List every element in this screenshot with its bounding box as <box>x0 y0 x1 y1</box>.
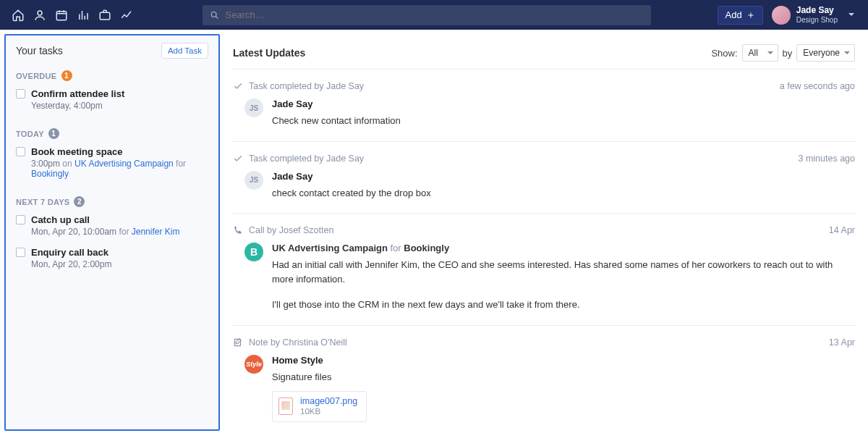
task-item[interactable]: Confirm attendee list Yesterday, 4:00pm <box>16 85 208 118</box>
feed-head: Note by Christina O'Neill 13 Apr <box>233 337 855 348</box>
add-button[interactable]: Add <box>718 6 763 25</box>
feed-head-text: Task completed by Jade Say <box>249 81 364 91</box>
feed-head-text: Call by Josef Szotten <box>249 225 333 235</box>
calendar-icon[interactable] <box>51 4 72 26</box>
image-file-icon <box>278 398 293 415</box>
feed-text: check contact created by the drop box <box>272 186 855 201</box>
section-overdue-label: OVERDUE <box>16 72 57 80</box>
task-title: Catch up call <box>31 214 90 225</box>
feed-head: Task completed by Jade Say 3 minutes ago <box>233 154 855 164</box>
feed-author[interactable]: Jade Say <box>272 171 855 182</box>
svg-point-3 <box>211 12 216 17</box>
show-label: Show: <box>711 48 737 59</box>
feed-author[interactable]: Jade Say <box>272 98 855 109</box>
sidebar-header: Your tasks Add Task <box>16 43 208 59</box>
feed-text: Check new contact information <box>272 114 855 128</box>
tasks-sidebar: Your tasks Add Task OVERDUE 1 Confirm at… <box>4 34 220 431</box>
task-time: 3:00pm <box>31 159 60 169</box>
page-title: Latest Updates <box>233 47 305 59</box>
person-link[interactable]: Jennifer Kim <box>132 227 180 237</box>
campaign-link[interactable]: UK Advertising Campaign <box>75 159 174 169</box>
phone-icon <box>233 225 243 235</box>
task-title: Enquiry call back <box>31 247 109 258</box>
note-icon <box>233 337 243 348</box>
section-next7-label: NEXT 7 DAYS <box>16 198 69 206</box>
person-icon[interactable] <box>29 4 51 26</box>
avatar: Style <box>244 355 263 374</box>
task-item[interactable]: Enquiry call back Mon, Apr 20, 2:00pm <box>16 244 208 277</box>
add-button-label: Add <box>726 9 742 20</box>
task-time: Mon, Apr 20, 10:00am <box>31 227 116 237</box>
org-name[interactable]: Bookingly <box>404 243 449 253</box>
filters: Show: All by Everyone <box>711 44 855 62</box>
next7-count-badge: 2 <box>74 196 85 207</box>
feed-time: 13 Apr <box>829 337 855 348</box>
avatar: JS <box>244 171 263 190</box>
task-checkbox[interactable] <box>16 89 25 98</box>
filter-user-select[interactable]: Everyone <box>796 44 855 62</box>
avatar <box>772 6 791 25</box>
cases-icon[interactable] <box>94 4 116 26</box>
task-checkbox[interactable] <box>16 248 25 257</box>
feed-time: 14 Apr <box>829 225 855 235</box>
section-today-label: TODAY <box>16 130 44 138</box>
feed-head: Call by Josef Szotten 14 Apr <box>233 225 855 235</box>
section-overdue: OVERDUE 1 <box>16 70 208 81</box>
feed-text: I'll get those into the CRM in the next … <box>272 298 855 312</box>
feed-text: Had an initial call with Jennifer Kim, t… <box>272 258 855 286</box>
for-word: for <box>388 243 404 253</box>
task-checkbox[interactable] <box>16 147 25 156</box>
feed-item: Note by Christina O'Neill 13 Apr Style H… <box>233 326 855 434</box>
feed-body: JS Jade Say check contact created by the… <box>233 171 855 201</box>
search-input[interactable] <box>226 9 644 20</box>
user-shop: Design Shop <box>796 16 838 24</box>
task-item[interactable]: Book meeting space 3:00pm on UK Advertis… <box>16 143 208 186</box>
sidebar-title: Your tasks <box>16 45 63 56</box>
section-next7: NEXT 7 DAYS 2 <box>16 196 208 207</box>
content-container: Your tasks Add Task OVERDUE 1 Confirm at… <box>0 30 868 433</box>
feed-time: 3 minutes ago <box>798 154 855 164</box>
org-link[interactable]: Bookingly <box>31 169 69 179</box>
campaign-name[interactable]: UK Advertising Campaign <box>272 243 388 253</box>
task-meta: 3:00pm on UK Advertising Campaign for Bo… <box>31 159 208 179</box>
feed-text: Signature files <box>272 370 855 384</box>
task-title: Confirm attendee list <box>31 88 124 99</box>
feed-item: Task completed by Jade Say 3 minutes ago… <box>233 142 855 214</box>
check-icon <box>233 81 243 91</box>
attachment[interactable]: image007.png 10KB <box>272 391 367 422</box>
feed-head-text: Task completed by Jade Say <box>249 154 364 164</box>
for-word: for <box>116 227 132 237</box>
svg-rect-1 <box>56 11 67 20</box>
top-right: Add Jade Say Design Shop <box>718 6 855 25</box>
user-name: Jade Say <box>796 6 838 15</box>
reports-icon[interactable] <box>116 4 137 26</box>
add-task-button[interactable]: Add Task <box>161 43 208 59</box>
home-icon[interactable] <box>7 4 29 26</box>
feed-head-text: Note by Christina O'Neill <box>249 337 347 348</box>
filter-user-value: Everyone <box>803 48 840 58</box>
file-name[interactable]: image007.png <box>300 396 357 407</box>
task-meta: Yesterday, 4:00pm <box>31 101 208 111</box>
task-item[interactable]: Catch up call Mon, Apr 20, 10:00am for J… <box>16 211 208 244</box>
svg-point-0 <box>38 11 42 15</box>
file-size: 10KB <box>300 407 357 417</box>
pipeline-icon[interactable] <box>72 4 94 26</box>
avatar: JS <box>244 98 263 117</box>
task-checkbox[interactable] <box>16 215 25 224</box>
overdue-count-badge: 1 <box>61 70 72 81</box>
task-title: Book meeting space <box>31 146 122 157</box>
search-box[interactable] <box>203 5 651 25</box>
user-menu[interactable]: Jade Say Design Shop <box>772 6 855 25</box>
chevron-down-icon <box>848 9 855 20</box>
today-count-badge: 1 <box>48 128 59 139</box>
feed-author[interactable]: Home Style <box>272 355 855 366</box>
task-meta: Mon, Apr 20, 10:00am for Jennifer Kim <box>31 227 208 237</box>
top-nav: Add Jade Say Design Shop <box>0 0 868 30</box>
main-header: Latest Updates Show: All by Everyone <box>233 44 855 62</box>
svg-rect-2 <box>100 12 110 20</box>
feed-head: Task completed by Jade Say a few seconds… <box>233 81 855 91</box>
feed-body: Style Home Style Signature files image00… <box>233 355 855 422</box>
filter-type-select[interactable]: All <box>742 44 778 62</box>
feed-item: Call by Josef Szotten 14 Apr B UK Advert… <box>233 214 855 326</box>
search-icon <box>210 10 220 20</box>
